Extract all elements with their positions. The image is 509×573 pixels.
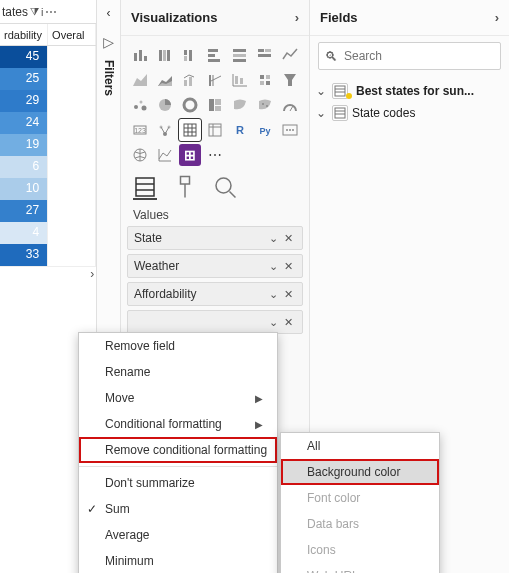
viz-type-icon[interactable] [154, 69, 176, 91]
column-header[interactable]: rdability [0, 24, 48, 45]
table-row[interactable]: 45 [0, 46, 96, 68]
viz-type-icon[interactable] [229, 69, 251, 91]
menu-item[interactable]: Conditional formatting▶ [79, 411, 277, 437]
viz-type-icon[interactable] [279, 119, 301, 141]
svg-line-72 [230, 192, 236, 198]
svg-rect-13 [233, 54, 246, 57]
viz-type-icon[interactable] [229, 44, 251, 66]
viz-type-icon[interactable] [129, 94, 151, 116]
viz-type-icon[interactable] [254, 44, 276, 66]
chevron-left-icon[interactable]: ‹ [107, 6, 111, 20]
menu-label: Remove field [105, 339, 175, 353]
svg-rect-73 [335, 86, 345, 96]
table-row[interactable]: 10 [0, 178, 96, 200]
viz-type-icon[interactable]: Py [254, 119, 276, 141]
field-well[interactable]: Affordability⌄✕ [127, 282, 303, 306]
chevron-down-icon[interactable]: ⌄ [316, 84, 328, 98]
viz-type-icon[interactable] [254, 69, 276, 91]
menu-item[interactable]: Don't summarize [79, 470, 277, 496]
table-row[interactable]: 27 [0, 200, 96, 222]
remove-icon[interactable]: ✕ [281, 288, 296, 301]
search-field[interactable] [344, 49, 494, 63]
viz-type-icon[interactable]: R [229, 119, 251, 141]
viz-type-icon[interactable] [204, 69, 226, 91]
well-label: State [134, 231, 266, 245]
info-icon[interactable]: i [41, 6, 43, 18]
fields-mode-icon[interactable] [133, 176, 157, 200]
svg-rect-3 [159, 50, 162, 61]
svg-rect-1 [139, 50, 142, 61]
analytics-mode-icon[interactable] [213, 176, 237, 200]
column-header[interactable]: Overal [48, 24, 96, 45]
chevron-down-icon[interactable]: ⌄ [316, 106, 328, 120]
format-mode-icon[interactable] [173, 176, 197, 200]
menu-item[interactable]: Remove field [79, 333, 277, 359]
viz-type-icon[interactable] [154, 94, 176, 116]
menu-label: Move [105, 391, 134, 405]
chevron-right-icon[interactable]: › [495, 10, 499, 25]
horizontal-scrollbar[interactable]: › [0, 266, 96, 280]
menu-item[interactable]: Minimum [79, 548, 277, 573]
viz-type-icon[interactable] [179, 94, 201, 116]
viz-type-icon[interactable] [204, 119, 226, 141]
viz-type-icon[interactable] [279, 44, 301, 66]
menu-item[interactable]: Rename [79, 359, 277, 385]
viz-type-icon[interactable] [154, 44, 176, 66]
chevron-right-icon[interactable]: › [90, 267, 94, 281]
more-visuals-icon[interactable]: ⋯ [204, 144, 226, 166]
remove-icon[interactable]: ✕ [281, 316, 296, 329]
viz-type-icon[interactable] [129, 44, 151, 66]
chevron-down-icon[interactable]: ⌄ [266, 260, 281, 273]
viz-type-icon[interactable] [179, 119, 201, 141]
viz-type-icon[interactable] [154, 144, 176, 166]
viz-type-icon[interactable] [129, 69, 151, 91]
table-row[interactable]: 19 [0, 134, 96, 156]
chevron-right-icon[interactable]: › [295, 10, 299, 25]
table-node[interactable]: ⌄State codes [316, 102, 503, 124]
appsource-icon[interactable]: ⊞ [179, 144, 201, 166]
table-node[interactable]: ⌄Best states for sun... [316, 80, 503, 102]
viz-type-icon[interactable] [254, 94, 276, 116]
menu-item[interactable]: Remove conditional formatting▶ [79, 437, 277, 463]
viz-type-icon[interactable] [129, 144, 151, 166]
svg-point-41 [266, 105, 268, 107]
field-well[interactable]: Weather⌄✕ [127, 254, 303, 278]
chevron-down-icon[interactable]: ⌄ [266, 232, 281, 245]
more-icon[interactable]: ⋯ [45, 5, 57, 19]
cell-value: 10 [0, 178, 48, 200]
viz-type-icon[interactable] [154, 119, 176, 141]
table-row[interactable]: 29 [0, 90, 96, 112]
table-row[interactable]: 33 [0, 244, 96, 266]
viz-type-icon[interactable] [204, 44, 226, 66]
viz-type-icon[interactable] [229, 94, 251, 116]
menu-item[interactable]: Move▶ [79, 385, 277, 411]
table-row[interactable]: 6 [0, 156, 96, 178]
chevron-down-icon[interactable]: ⌄ [266, 316, 281, 329]
viz-type-icon[interactable] [204, 94, 226, 116]
field-well[interactable]: State⌄✕ [127, 226, 303, 250]
cell-empty [48, 134, 96, 156]
table-row[interactable]: 25 [0, 68, 96, 90]
remove-icon[interactable]: ✕ [281, 232, 296, 245]
field-well[interactable]: ⌄✕ [127, 310, 303, 334]
remove-icon[interactable]: ✕ [281, 260, 296, 273]
svg-rect-69 [181, 177, 190, 185]
cell-empty [48, 244, 96, 266]
chevron-down-icon[interactable]: ⌄ [266, 288, 281, 301]
submenu-item[interactable]: All [281, 433, 439, 459]
svg-point-71 [216, 178, 231, 193]
search-input[interactable]: 🔍︎ [318, 42, 501, 70]
menu-item[interactable]: Average [79, 522, 277, 548]
menu-item[interactable]: ✓Sum [79, 496, 277, 522]
filter-icon[interactable]: ⧩ [30, 5, 39, 18]
viz-type-icon[interactable] [179, 69, 201, 91]
viz-type-icon[interactable]: 123 [129, 119, 151, 141]
menu-label: Rename [105, 365, 150, 379]
viz-type-icon[interactable] [179, 44, 201, 66]
table-row[interactable]: 24 [0, 112, 96, 134]
viz-type-icon[interactable] [279, 69, 301, 91]
cell-empty [48, 90, 96, 112]
table-row[interactable]: 4 [0, 222, 96, 244]
submenu-item[interactable]: Background color [281, 459, 439, 485]
viz-type-icon[interactable] [279, 94, 301, 116]
